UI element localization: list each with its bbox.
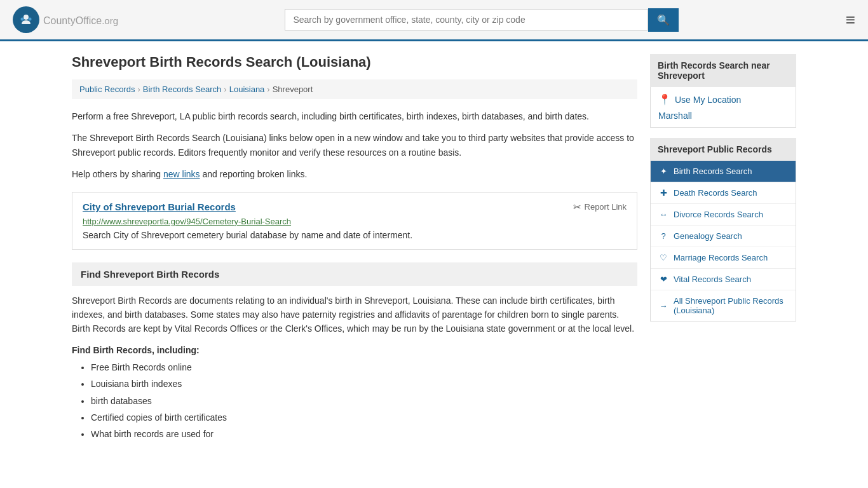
record-label-5: Vital Records Search bbox=[674, 274, 751, 284]
find-list-item: What birth records are used for bbox=[91, 427, 637, 441]
find-list-item: Free Birth Records online bbox=[91, 360, 637, 374]
use-location-label: Use My Location bbox=[675, 95, 741, 105]
svg-point-3 bbox=[29, 18, 32, 21]
find-section-description: Shreveport Birth Records are documents r… bbox=[72, 294, 637, 336]
find-list-item: Certified copies of birth certificates bbox=[91, 410, 637, 424]
marshall-link[interactable]: Marshall bbox=[658, 111, 692, 121]
record-label-2: Divorce Records Search bbox=[674, 210, 763, 219]
find-including-label: Find Birth Records, including: bbox=[72, 345, 637, 355]
record-label-1: Death Records Search bbox=[674, 188, 757, 198]
report-link-label: Report Link bbox=[585, 202, 627, 212]
record-icon-6: → bbox=[658, 301, 668, 311]
sidebar-record-item-3[interactable]: ?Genealogy Search bbox=[651, 226, 796, 247]
breadcrumb-shreveport: Shreveport bbox=[273, 85, 313, 94]
record-label-6: All Shreveport Public Records (Louisiana… bbox=[674, 296, 788, 315]
svg-point-2 bbox=[21, 18, 24, 21]
breadcrumb-sep-2: › bbox=[224, 85, 226, 94]
breadcrumb-sep-1: › bbox=[137, 85, 140, 94]
link-card: City of Shreveport Burial Records ✂ Repo… bbox=[72, 192, 637, 250]
logo-area[interactable]: CountyOffice.org bbox=[13, 6, 118, 33]
record-icon-1: ✚ bbox=[658, 188, 668, 198]
find-section-title: Find Shreveport Birth Records bbox=[72, 262, 637, 286]
sidebar-record-item-6[interactable]: →All Shreveport Public Records (Louisian… bbox=[651, 290, 796, 321]
sidebar-record-item-2[interactable]: ↔Divorce Records Search bbox=[651, 204, 796, 226]
breadcrumb-birth-records[interactable]: Birth Records Search bbox=[143, 85, 222, 94]
sidebar-record-item-5[interactable]: ❤Vital Records Search bbox=[651, 269, 796, 290]
breadcrumb-sep-3: › bbox=[267, 85, 269, 94]
burial-records-link[interactable]: City of Shreveport Burial Records bbox=[83, 201, 236, 212]
breadcrumb: Public Records › Birth Records Search › … bbox=[72, 79, 637, 99]
location-pin-icon: 📍 bbox=[658, 93, 671, 105]
link-card-header: City of Shreveport Burial Records ✂ Repo… bbox=[83, 201, 627, 213]
description-3: Help others by sharing new links and rep… bbox=[72, 167, 637, 181]
search-area: 🔍 bbox=[285, 8, 679, 32]
record-icon-3: ? bbox=[658, 231, 668, 241]
record-icon-0: ✦ bbox=[658, 166, 668, 176]
report-icon: ✂ bbox=[573, 201, 581, 213]
sidebar-record-item-0[interactable]: ✦Birth Records Search bbox=[651, 161, 796, 182]
menu-icon[interactable]: ≡ bbox=[846, 10, 855, 30]
logo-text: CountyOffice.org bbox=[43, 13, 118, 27]
description-3-post: and reporting broken links. bbox=[200, 169, 308, 179]
find-list-item: birth databases bbox=[91, 394, 637, 408]
sidebar: Birth Records Search near Shreveport 📍 U… bbox=[650, 54, 796, 444]
record-icon-4: ♡ bbox=[658, 253, 668, 262]
record-icon-5: ❤ bbox=[658, 274, 668, 284]
record-icon-2: ↔ bbox=[658, 210, 668, 219]
record-label-0: Birth Records Search bbox=[674, 166, 752, 176]
use-my-location-link[interactable]: 📍 Use My Location bbox=[658, 93, 788, 105]
svg-point-1 bbox=[24, 15, 29, 20]
description-1: Perform a free Shreveport, LA public bir… bbox=[72, 109, 637, 123]
search-button[interactable]: 🔍 bbox=[648, 8, 679, 32]
site-header: CountyOffice.org 🔍 ≡ bbox=[0, 0, 868, 41]
sidebar-nearby-title: Birth Records Search near Shreveport bbox=[650, 54, 796, 87]
breadcrumb-public-records[interactable]: Public Records bbox=[79, 85, 135, 94]
link-card-description: Search City of Shreveport cemetery buria… bbox=[83, 230, 627, 240]
record-label-4: Marriage Records Search bbox=[674, 253, 768, 262]
page-title: Shreveport Birth Records Search (Louisia… bbox=[72, 54, 637, 71]
search-input[interactable] bbox=[285, 9, 648, 30]
sidebar-records-list: ✦Birth Records Search✚Death Records Sear… bbox=[650, 161, 796, 322]
sidebar-public-records-title: Shreveport Public Records bbox=[650, 138, 796, 161]
content-wrapper: Shreveport Birth Records Search (Louisia… bbox=[59, 41, 809, 457]
description-3-pre: Help others by sharing bbox=[72, 169, 163, 179]
record-label-3: Genealogy Search bbox=[674, 231, 742, 241]
sidebar-nearby-content: 📍 Use My Location Marshall bbox=[650, 87, 796, 128]
sidebar-record-item-4[interactable]: ♡Marriage Records Search bbox=[651, 247, 796, 269]
new-links-link[interactable]: new links bbox=[163, 169, 200, 179]
breadcrumb-louisiana[interactable]: Louisiana bbox=[229, 85, 265, 94]
description-2: The Shreveport Birth Records Search (Lou… bbox=[72, 131, 637, 159]
report-link-button[interactable]: ✂ Report Link bbox=[573, 201, 627, 213]
link-card-url[interactable]: http://www.shreveportla.gov/945/Cemetery… bbox=[83, 217, 627, 226]
sidebar-record-item-1[interactable]: ✚Death Records Search bbox=[651, 182, 796, 204]
find-list-item: Louisiana birth indexes bbox=[91, 377, 637, 391]
find-list: Free Birth Records onlineLouisiana birth… bbox=[72, 360, 637, 442]
main-content: Shreveport Birth Records Search (Louisia… bbox=[72, 54, 637, 444]
logo-icon bbox=[13, 6, 39, 33]
